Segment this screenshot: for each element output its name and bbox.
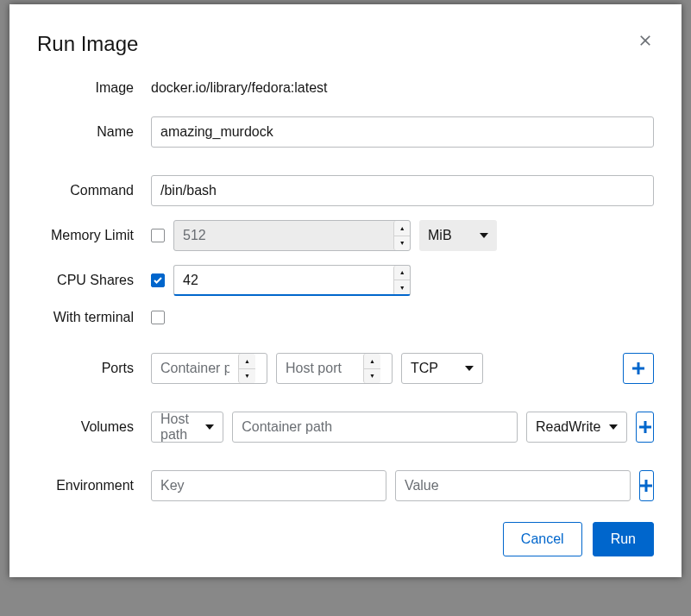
container-port-increment[interactable]: ▲ — [239, 354, 255, 368]
volumes-row: Volumes Host path ReadWrite — [37, 412, 654, 443]
name-input[interactable] — [151, 116, 654, 148]
mount-mode-text: ReadWrite — [536, 419, 600, 435]
image-row: Image docker.io/library/fedora:latest — [37, 80, 654, 96]
protocol-text: TCP — [411, 361, 438, 376]
command-input[interactable] — [151, 175, 654, 206]
container-port-spinner: ▲ ▼ — [238, 354, 255, 383]
env-value-input[interactable] — [395, 470, 631, 501]
host-port-wrapper: ▲ ▼ — [276, 353, 393, 384]
cpu-checkbox[interactable] — [151, 273, 165, 287]
cpu-decrement[interactable]: ▼ — [394, 280, 410, 295]
image-value: docker.io/library/fedora:latest — [151, 80, 328, 96]
container-port-wrapper: ▲ ▼ — [151, 353, 267, 384]
svg-rect-5 — [640, 485, 652, 487]
terminal-checkbox[interactable] — [151, 311, 165, 324]
ports-label: Ports — [37, 361, 151, 376]
caret-down-icon — [609, 424, 618, 430]
svg-rect-1 — [632, 368, 644, 370]
modal-title: Run Image — [37, 32, 138, 56]
environment-row: Environment — [37, 470, 654, 501]
memory-row: Memory Limit ▲ ▼ MiB — [37, 220, 654, 251]
command-label: Command — [37, 183, 151, 198]
close-icon[interactable] — [637, 32, 654, 49]
host-port-input[interactable] — [277, 354, 363, 383]
command-row: Command — [37, 175, 654, 206]
modal-header: Run Image — [37, 32, 654, 56]
volumes-label: Volumes — [37, 419, 151, 435]
name-label: Name — [37, 124, 151, 140]
svg-rect-3 — [639, 426, 651, 429]
memory-spinner: ▲ ▼ — [393, 221, 410, 250]
add-port-button[interactable] — [623, 353, 654, 384]
terminal-label: With terminal — [37, 310, 151, 325]
add-volume-button[interactable] — [636, 412, 654, 443]
caret-down-icon — [465, 366, 474, 371]
memory-increment[interactable]: ▲ — [394, 221, 410, 236]
modal-footer: Cancel Run — [37, 522, 654, 556]
mount-mode-dropdown[interactable]: ReadWrite — [526, 412, 627, 443]
env-key-input[interactable] — [151, 470, 386, 501]
memory-label: Memory Limit — [37, 228, 151, 243]
cpu-spinner: ▲ ▼ — [393, 266, 410, 295]
memory-input[interactable] — [174, 221, 393, 250]
memory-unit-dropdown[interactable]: MiB — [419, 220, 497, 251]
host-port-decrement[interactable]: ▼ — [364, 368, 380, 384]
name-row: Name — [37, 116, 654, 148]
host-path-text: Host path — [160, 412, 197, 443]
host-path-dropdown[interactable]: Host path — [151, 412, 223, 443]
host-port-spinner: ▲ ▼ — [363, 354, 380, 383]
caret-down-icon — [480, 233, 488, 238]
terminal-row: With terminal — [37, 310, 654, 325]
protocol-dropdown[interactable]: TCP — [401, 353, 483, 384]
cpu-label: CPU Shares — [37, 273, 151, 288]
cpu-input[interactable] — [174, 266, 393, 295]
memory-decrement[interactable]: ▼ — [394, 236, 410, 251]
image-label: Image — [37, 80, 151, 96]
add-env-button[interactable] — [639, 470, 654, 501]
memory-checkbox[interactable] — [151, 229, 165, 242]
container-port-input[interactable] — [152, 354, 238, 383]
memory-unit-text: MiB — [428, 228, 452, 243]
container-port-decrement[interactable]: ▼ — [239, 368, 255, 384]
cpu-row: CPU Shares ▲ ▼ — [37, 265, 654, 296]
host-port-increment[interactable]: ▲ — [364, 354, 380, 368]
ports-row: Ports ▲ ▼ ▲ ▼ TCP — [37, 353, 654, 384]
memory-input-wrapper: ▲ ▼ — [173, 220, 411, 251]
environment-label: Environment — [37, 478, 151, 493]
container-path-input[interactable] — [232, 412, 518, 443]
run-image-modal: Run Image Image docker.io/library/fedora… — [9, 4, 682, 577]
run-button[interactable]: Run — [593, 522, 654, 556]
caret-down-icon — [205, 424, 214, 430]
cancel-button[interactable]: Cancel — [503, 522, 582, 556]
cpu-input-wrapper: ▲ ▼ — [173, 265, 411, 296]
cpu-increment[interactable]: ▲ — [394, 266, 410, 280]
